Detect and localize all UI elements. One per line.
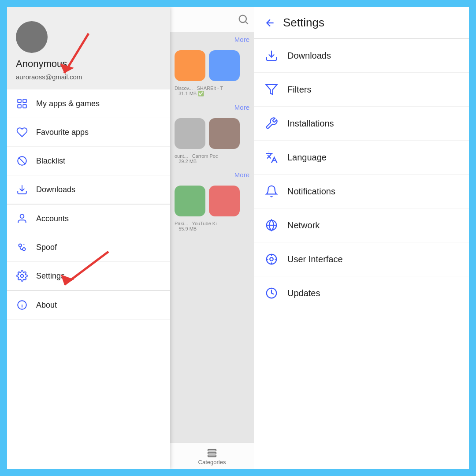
menu-item-accounts[interactable]: Accounts [7,204,170,233]
palette-icon [264,252,279,266]
app-name: ount... [175,153,188,159]
svg-rect-3 [23,104,26,108]
svg-point-9 [22,248,26,251]
profile-email: auroraoss@gmail.com [16,73,161,81]
settings-label-user-interface: User Interface [287,254,343,264]
svg-point-7 [20,214,24,218]
settings-item-notifications[interactable]: Notifications [254,175,469,208]
svg-rect-1 [23,99,26,103]
middle-panel: More Discov... SHAREit - T 31.1 MB ✅ Mor… [170,7,254,469]
svg-rect-2 [18,104,21,108]
spoof-icon [16,241,28,253]
more-button-2[interactable]: More [170,100,254,115]
app-thumb [209,186,240,216]
menu-list: My apps & games Favourite apps [7,89,170,469]
categories-bar[interactable]: Categories [170,443,254,469]
app-thumb [175,186,205,216]
svg-point-14 [239,15,246,22]
filter-icon [264,82,279,97]
more-button-3[interactable]: More [170,167,254,182]
settings-label-notifications: Notifications [287,186,335,197]
app-row-3 [170,182,254,220]
settings-item-user-interface[interactable]: User Interface [254,242,469,276]
wrench-icon [264,116,279,130]
grid-icon [16,97,28,110]
settings-label-updates: Updates [287,288,320,298]
app-size: 55.9 MB [178,226,197,231]
app-size: 31.1 MB ✅ [178,91,204,96]
settings-label-downloads: Downloads [287,51,331,61]
person-icon [16,212,28,225]
menu-item-blacklist[interactable]: Blacklist [7,147,170,175]
avatar [16,21,48,53]
app-name: SHAREit - T [197,86,223,91]
clock-icon [264,286,279,300]
svg-point-8 [19,244,22,247]
svg-rect-17 [208,452,216,454]
svg-marker-21 [266,85,277,95]
app-thumb [209,118,240,149]
settings-icon [16,270,28,282]
settings-label-installations: Installations [287,119,334,129]
settings-label-filters: Filters [287,85,311,95]
more-button-1[interactable]: More [170,32,254,47]
app-name: Carrom Poc [192,153,218,159]
menu-item-my-apps[interactable]: My apps & games [7,89,170,118]
menu-item-downloads[interactable]: Downloads [7,175,170,204]
settings-title: Settings [283,16,324,30]
svg-line-5 [19,157,25,164]
block-icon [16,155,28,167]
back-button[interactable] [264,17,276,29]
settings-item-updates[interactable]: Updates [254,276,469,310]
settings-label-language: Language [287,152,327,163]
svg-line-15 [245,22,248,24]
info-icon [16,299,28,311]
menu-label-spoof: Spoof [36,243,57,252]
menu-label-blacklist: Blacklist [36,156,65,166]
svg-rect-16 [208,450,216,451]
menu-label-my-apps: My apps & games [36,99,100,108]
svg-point-10 [21,275,24,278]
download-icon [16,183,28,196]
menu-item-favourites[interactable]: Favourite apps [7,118,170,147]
settings-list: Downloads Filters [254,39,469,469]
profile-header: Anonymous auroraoss@gmail.com [7,7,170,89]
settings-item-filters[interactable]: Filters [254,73,469,107]
menu-item-spoof[interactable]: Spoof [7,233,170,262]
download-settings-icon [264,48,279,63]
app-row-1 [170,47,254,85]
left-drawer: Anonymous auroraoss@gmail.com My apps & … [7,7,170,469]
settings-item-installations[interactable]: Installations [254,107,469,141]
right-panel-settings: Settings Downloads [254,7,469,469]
language-icon [264,150,279,164]
menu-label-accounts: Accounts [36,214,69,223]
categories-icon [207,448,217,458]
settings-item-network[interactable]: Network [254,208,469,242]
profile-name: Anonymous [16,58,161,70]
menu-item-about[interactable]: About [7,290,170,320]
menu-item-settings[interactable]: Settings [7,262,170,290]
app-thumb [175,50,205,81]
settings-item-language[interactable]: Language [254,141,469,175]
app-name: YouTube Ki [192,221,217,226]
app-size: 29.2 MB [178,159,197,164]
app-name: Discov... [175,86,193,91]
app-name: Paki... [175,221,188,226]
app-thumb [209,50,240,81]
settings-label-network: Network [287,220,320,231]
search-icon [237,13,249,26]
categories-label: Categories [198,459,226,465]
app-thumb [175,118,205,149]
svg-rect-18 [208,455,216,457]
settings-header: Settings [254,7,469,39]
svg-rect-0 [18,99,21,103]
bell-icon [264,184,279,198]
globe-icon [264,218,279,232]
menu-label-about: About [36,301,57,310]
menu-label-settings: Settings [36,271,65,281]
svg-point-25 [270,257,273,261]
back-arrow-icon [264,17,276,29]
app-row-2 [170,115,254,152]
settings-item-downloads[interactable]: Downloads [254,39,469,73]
menu-label-favourites: Favourite apps [36,128,89,137]
